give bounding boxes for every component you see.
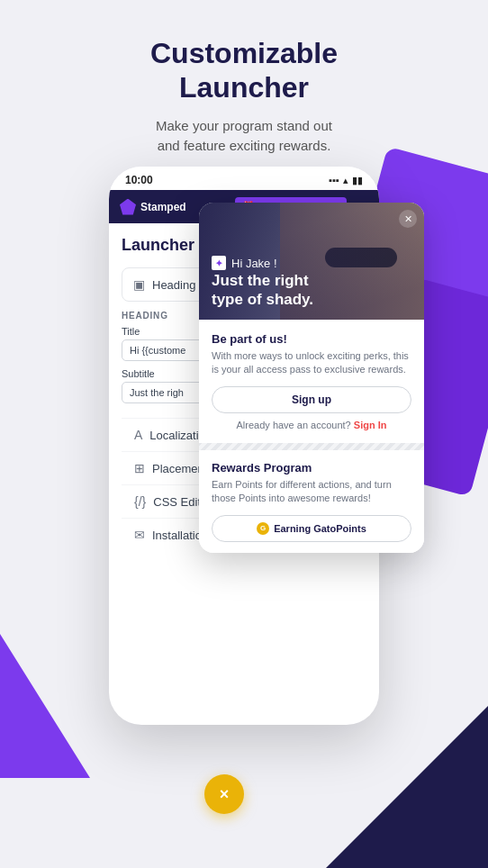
signal-icon: ▪▪▪ bbox=[329, 175, 339, 185]
popup-body-title: Be part of us! bbox=[212, 332, 411, 346]
popup-body-desc: With more ways to unlock exciting perks,… bbox=[212, 349, 411, 377]
earning-btn-label: Earning GatoPoints bbox=[274, 523, 366, 534]
stamped-logo-icon bbox=[120, 199, 136, 215]
popup-rewards-section: Rewards Program Earn Points for differen… bbox=[199, 450, 424, 553]
bg-decoration-4 bbox=[0, 634, 90, 778]
popup-stamp-icon: ✦ bbox=[212, 256, 226, 270]
popup-tagline: Just the right type of shady. bbox=[212, 272, 313, 309]
popup-body: Be part of us! With more ways to unlock … bbox=[199, 320, 424, 443]
heading-label: Heading bbox=[152, 278, 195, 292]
popup-divider bbox=[199, 443, 424, 450]
localization-icon: A bbox=[134, 428, 142, 442]
status-bar: 10:00 ▪▪▪ ▴ ▮▮ bbox=[109, 167, 379, 190]
installation-icon: ✉ bbox=[134, 528, 145, 542]
page-header: Customizable Launcher Make your program … bbox=[0, 0, 488, 175]
page-subtitle: Make your program stand outand feature e… bbox=[36, 116, 452, 157]
status-time: 10:00 bbox=[125, 174, 153, 186]
rewards-desc: Earn Points for different actions, and t… bbox=[212, 478, 411, 506]
popup-hero-text: ✦ Hi Jake ! Just the right type of shady… bbox=[212, 256, 313, 309]
earning-button[interactable]: G Earning GatoPoints bbox=[212, 515, 411, 542]
heading-icon: ▣ bbox=[133, 277, 145, 292]
popup-close-button[interactable]: ✕ bbox=[399, 210, 417, 228]
signup-button[interactable]: Sign up bbox=[212, 386, 411, 413]
popup-hero: ✦ Hi Jake ! Just the right type of shady… bbox=[199, 203, 424, 320]
nav-logo-text: Stamped bbox=[140, 201, 186, 213]
placement-icon: ⊞ bbox=[134, 461, 145, 475]
wifi-icon: ▴ bbox=[343, 175, 348, 186]
signin-text: Already have an account? Sign In bbox=[212, 420, 411, 430]
nav-logo: Stamped bbox=[120, 199, 186, 215]
popup-card: ✦ Hi Jake ! Just the right type of shady… bbox=[199, 203, 424, 553]
heading-row-left: ▣ Heading bbox=[133, 277, 195, 292]
battery-icon: ▮▮ bbox=[352, 175, 363, 186]
close-fab-button[interactable]: × bbox=[204, 774, 244, 814]
popup-greeting: ✦ Hi Jake ! bbox=[212, 256, 313, 270]
rewards-title: Rewards Program bbox=[212, 461, 411, 475]
page-title: Customizable Launcher bbox=[36, 36, 452, 105]
css-icon: {/} bbox=[134, 494, 146, 509]
coin-icon: G bbox=[257, 522, 269, 535]
signin-link[interactable]: Sign In bbox=[354, 420, 387, 430]
status-icons: ▪▪▪ ▴ ▮▮ bbox=[329, 175, 363, 186]
